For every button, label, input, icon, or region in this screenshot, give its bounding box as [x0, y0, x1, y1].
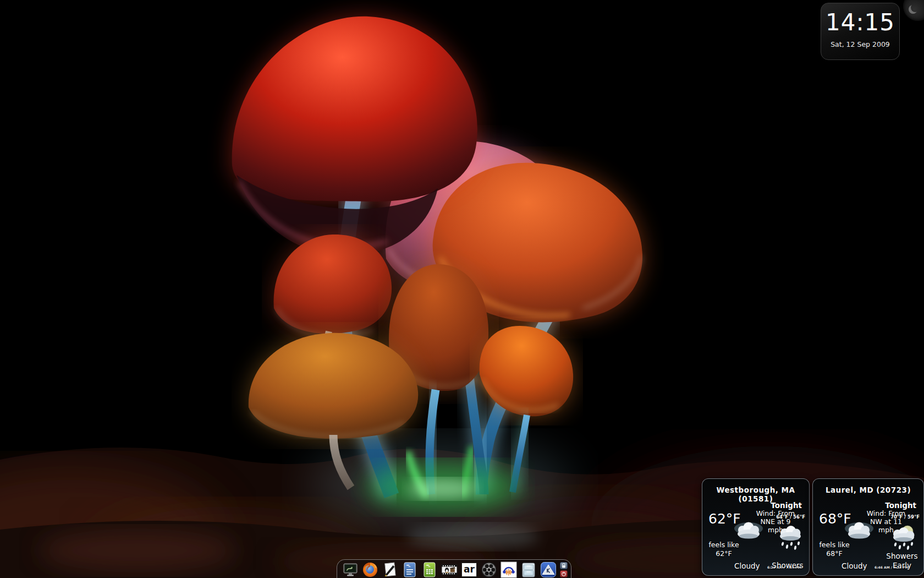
dock-session-buttons: [560, 562, 568, 577]
text-editor-icon: [382, 561, 398, 578]
avidemux-icon: [441, 561, 458, 578]
forecast-period: Tonight: [885, 501, 916, 510]
dock-item-terminal[interactable]: [342, 561, 359, 578]
dock-item-firefox[interactable]: [362, 561, 378, 578]
weather-location: Laurel, MD (20723): [813, 486, 923, 494]
audacity-icon: [501, 561, 517, 578]
weather-widget-westborough[interactable]: Westborough, MA (01581) Tonight 62°F Win…: [702, 478, 810, 576]
feels-like-label: feels like: [819, 541, 849, 549]
dock-item-openoffice-calc[interactable]: [421, 561, 438, 578]
film-reel-icon: [481, 561, 497, 578]
file-drawer-icon: [520, 561, 537, 578]
dock-item-logout[interactable]: [560, 570, 568, 577]
dock-item-film-reel[interactable]: [481, 561, 497, 578]
ar-app-icon: ar: [461, 563, 477, 577]
firefox-icon: [362, 561, 378, 578]
dock-item-text-editor[interactable]: [382, 561, 398, 578]
showers-night-icon: [889, 524, 919, 550]
clock-date: Sat, 12 Sep 2009: [821, 40, 899, 48]
showers-icon: [776, 525, 805, 550]
dock-item-ar-app[interactable]: ar: [461, 561, 477, 578]
feels-like: feels like 68°F: [817, 541, 851, 559]
feels-like: feels like 62°F: [707, 541, 741, 559]
terminal-icon: [342, 561, 359, 578]
kde-app-icon: [540, 561, 557, 578]
forecast-high-low: 64°F / 56°F: [776, 514, 805, 520]
clock-widget[interactable]: 14:15 Sat, 12 Sep 2009: [821, 3, 900, 60]
weather-widget-laurel[interactable]: Laurel, MD (20723) Tonight 68°F Wind: Fr…: [812, 478, 924, 576]
dock-item-lock-screen[interactable]: [560, 562, 568, 569]
dock-item-avidemux[interactable]: [441, 561, 458, 578]
forecast-period: Tonight: [771, 501, 802, 510]
dock-item-file-drawer[interactable]: [520, 561, 537, 578]
power-icon: [560, 570, 568, 577]
feels-like-temp: 68°F: [826, 549, 842, 558]
forecast-condition: Showers: [768, 561, 807, 570]
forecast-condition: Showers Early: [883, 552, 921, 570]
dock-item-openoffice-writer[interactable]: [402, 561, 418, 578]
cashew-crescent-icon: [911, 3, 920, 12]
dock-item-kde-app[interactable]: [540, 561, 557, 578]
feels-like-label: feels like: [708, 541, 739, 549]
clock-time: 14:15: [821, 11, 899, 34]
openoffice-calc-icon: [421, 561, 438, 578]
openoffice-writer-icon: [402, 561, 418, 578]
dock: ar: [337, 559, 571, 578]
current-condition: Cloudy: [842, 561, 867, 570]
dock-item-audacity[interactable]: [501, 561, 517, 578]
forecast-high-low: 70°F / 59°F: [890, 514, 920, 520]
lock-icon: [560, 562, 568, 569]
current-condition: Cloudy: [734, 561, 760, 570]
feels-like-temp: 62°F: [716, 549, 732, 558]
